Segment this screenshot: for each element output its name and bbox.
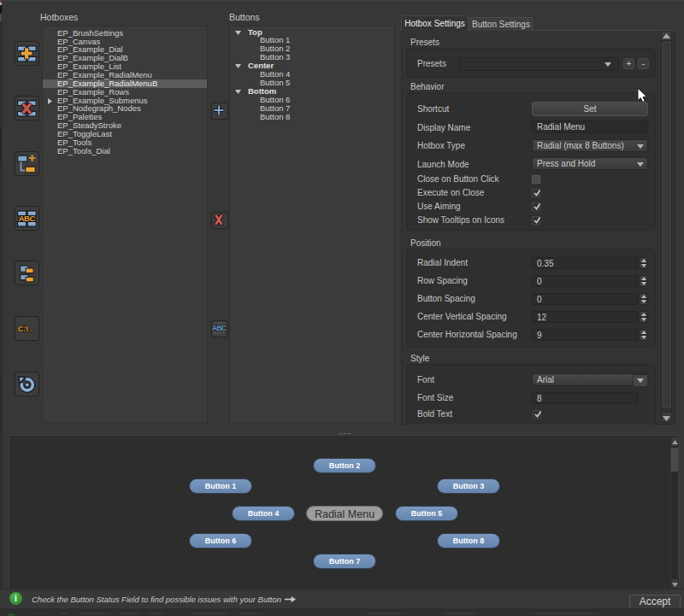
- svg-text:C:\ ..: C:\ ..: [17, 324, 34, 332]
- svg-text:ABC: ABC: [212, 324, 227, 332]
- svg-text:ABC: ABC: [18, 214, 35, 223]
